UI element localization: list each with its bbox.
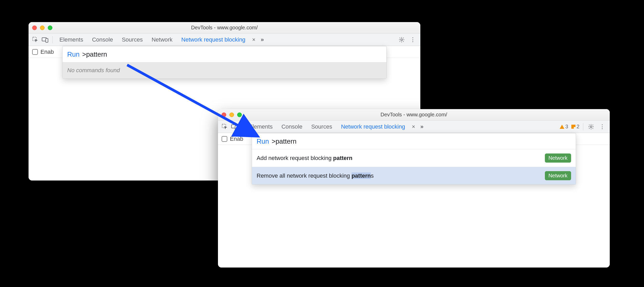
- separator: [583, 123, 583, 130]
- inspect-icon[interactable]: [31, 36, 39, 44]
- tab-network-request-blocking[interactable]: Network request blocking: [178, 35, 249, 45]
- tab-elements[interactable]: Elements: [245, 122, 276, 132]
- devtools-toolbar: Elements Console Sources Network Network…: [29, 34, 420, 46]
- command-result-badge: Network: [545, 153, 571, 163]
- svg-rect-2: [46, 38, 48, 42]
- enable-blocking-checkbox[interactable]: [222, 136, 227, 142]
- command-result[interactable]: Add network request blocking pattern Net…: [252, 149, 576, 167]
- separator: [52, 36, 53, 43]
- tab-console[interactable]: Console: [278, 122, 306, 132]
- device-toolbar-icon[interactable]: [230, 123, 239, 131]
- tab-elements[interactable]: Elements: [56, 35, 87, 45]
- issues-count: 2: [577, 124, 579, 130]
- enable-blocking-checkbox[interactable]: [32, 49, 38, 55]
- window-title: DevTools - www.google.com/: [218, 112, 610, 118]
- more-tabs-icon[interactable]: »: [418, 123, 426, 130]
- window-close-button[interactable]: [32, 25, 37, 30]
- window-zoom-button[interactable]: [48, 25, 52, 30]
- window-minimize-button[interactable]: [229, 112, 234, 117]
- warnings-indicator[interactable]: 3: [560, 124, 568, 130]
- tab-sources[interactable]: Sources: [307, 122, 336, 132]
- command-result[interactable]: Remove all network request blocking patt…: [252, 167, 576, 184]
- devtools-toolbar: Elements Console Sources Network request…: [218, 121, 610, 133]
- tab-console[interactable]: Console: [88, 35, 117, 45]
- more-tabs-icon[interactable]: »: [259, 36, 266, 43]
- command-result-badge: Network: [545, 171, 571, 180]
- tab-close-icon[interactable]: ×: [410, 123, 417, 130]
- tab-close-icon[interactable]: ×: [251, 36, 257, 43]
- titlebar: DevTools - www.google.com/: [29, 22, 420, 34]
- warnings-count: 3: [565, 124, 568, 130]
- devtools-window-b: DevTools - www.google.com/ Elements Cons…: [218, 109, 610, 268]
- enable-blocking-label-partial: Enab: [40, 49, 54, 55]
- device-toolbar-icon[interactable]: [41, 36, 49, 44]
- tab-sources[interactable]: Sources: [118, 35, 146, 45]
- window-close-button[interactable]: [222, 112, 226, 117]
- more-options-icon[interactable]: ⋮: [408, 36, 418, 43]
- svg-rect-6: [235, 125, 237, 129]
- tab-network[interactable]: Network: [148, 35, 176, 45]
- command-run-label: Run: [67, 50, 80, 58]
- window-title: DevTools - www.google.com/: [29, 25, 420, 31]
- command-menu: Run >pattern Add network request blockin…: [252, 133, 576, 185]
- command-run-label: Run: [257, 137, 269, 145]
- command-result-text: Remove all network request blocking patt…: [257, 172, 374, 179]
- warning-icon: [560, 125, 564, 129]
- separator: [242, 123, 242, 130]
- more-options-icon[interactable]: ⋮: [597, 123, 607, 130]
- tab-network-request-blocking[interactable]: Network request blocking: [337, 122, 409, 132]
- titlebar: DevTools - www.google.com/: [218, 109, 610, 121]
- svg-point-7: [590, 126, 592, 128]
- traffic-lights: [32, 25, 52, 30]
- window-minimize-button[interactable]: [40, 25, 45, 30]
- command-input-row[interactable]: Run >pattern: [63, 46, 386, 62]
- settings-icon[interactable]: [396, 37, 407, 43]
- command-menu: Run >pattern No commands found: [62, 46, 387, 79]
- enable-blocking-label-partial: Enab: [230, 136, 243, 142]
- command-result-text: Add network request blocking pattern: [257, 155, 352, 162]
- command-query-text: >pattern: [272, 137, 297, 145]
- command-query-text: >pattern: [82, 50, 107, 58]
- settings-icon[interactable]: [586, 124, 596, 130]
- issues-indicator[interactable]: 2: [571, 124, 579, 130]
- command-empty-state: No commands found: [63, 62, 386, 78]
- window-zoom-button[interactable]: [237, 112, 242, 117]
- inspect-icon[interactable]: [221, 123, 229, 131]
- command-input-row[interactable]: Run >pattern: [252, 133, 576, 149]
- issue-icon: [571, 125, 576, 129]
- traffic-lights: [222, 112, 242, 117]
- svg-point-3: [401, 39, 403, 41]
